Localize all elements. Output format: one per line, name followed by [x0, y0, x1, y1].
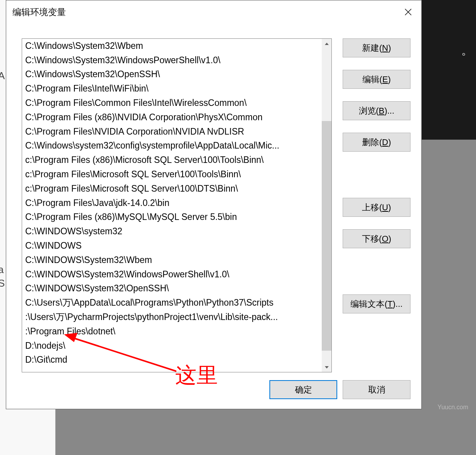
- scroll-up-arrow[interactable]: [322, 39, 331, 48]
- list-item[interactable]: C:\Windows\System32\WindowsPowerShell\v1…: [22, 53, 322, 67]
- list-item-text: c:\Program Files\Microsoft SQL Server\10…: [25, 183, 238, 194]
- dialog-title: 编辑环境变量: [12, 6, 66, 18]
- list-item[interactable]: C:\WINDOWS\System32\Wbem: [22, 253, 322, 267]
- delete-button[interactable]: 删除(D): [343, 133, 410, 152]
- cancel-button[interactable]: 取消: [343, 380, 410, 399]
- list-item[interactable]: D:\nodejs\: [22, 339, 322, 353]
- list-item[interactable]: C:\Windows\System32\Wbem: [22, 39, 322, 53]
- list-item-text: c:\Program Files (x86)\Microsoft SQL Ser…: [25, 155, 264, 165]
- list-item[interactable]: c:\Program Files\Microsoft SQL Server\10…: [22, 167, 322, 182]
- list-item[interactable]: C:\WINDOWS\System32\WindowsPowerShell\v1…: [22, 267, 322, 282]
- new-button[interactable]: 新建(N): [343, 38, 410, 57]
- list-item-text: :\Users\万\PycharmProjects\pythonProject1…: [25, 311, 278, 323]
- moveup-button[interactable]: 上移(U): [343, 198, 410, 217]
- list-item-text: C:\WINDOWS\System32\WindowsPowerShell\v1…: [25, 269, 229, 280]
- list-item-text: C:\Windows\system32\config\systemprofile…: [25, 140, 279, 151]
- list-item-text: C:\WINDOWS\System32\Wbem: [25, 255, 152, 265]
- ok-button[interactable]: 确定: [269, 380, 337, 399]
- list-item-text: c:\Program Files\Microsoft SQL Server\10…: [25, 169, 241, 180]
- list-item[interactable]: c:\Program Files (x86)\Microsoft SQL Ser…: [22, 153, 322, 167]
- list-item[interactable]: C:\Program Files\NVIDIA Corporation\NVID…: [22, 125, 322, 139]
- list-item-text: C:\Program Files\Java\jdk-14.0.2\bin: [25, 198, 169, 208]
- list-item-text: D:\Git\cmd: [25, 355, 67, 365]
- list-item[interactable]: C:\Users\万\AppData\Local\Programs\Python…: [22, 296, 322, 310]
- list-item-text: C:\Windows\System32\OpenSSH\: [25, 69, 160, 80]
- list-item-text: C:\Program Files (x86)\NVIDIA Corporatio…: [25, 112, 262, 123]
- edittext-button[interactable]: 编辑文本(T)...: [343, 294, 410, 313]
- list-item[interactable]: :\Users\万\PycharmProjects\pythonProject1…: [22, 310, 322, 324]
- list-item[interactable]: D:\Git\cmd: [22, 353, 322, 367]
- list-item-text: C:\Program Files\Common Files\Intel\Wire…: [25, 98, 247, 108]
- browse-button[interactable]: 浏览(B)...: [343, 101, 410, 120]
- list-item[interactable]: C:\Windows\System32\OpenSSH\: [22, 67, 322, 82]
- list-item-text: :\Program Files\dotnet\: [25, 326, 116, 337]
- list-item[interactable]: C:\WINDOWS: [22, 239, 322, 253]
- list-item-text: C:\Program Files\Intel\WiFi\bin\: [25, 83, 148, 94]
- svg-marker-3: [325, 366, 329, 368]
- list-item[interactable]: C:\Program Files\Common Files\Intel\Wire…: [22, 96, 322, 110]
- edit-button[interactable]: 编辑(E): [343, 70, 410, 89]
- list-item-text: C:\Program Files\NVIDIA Corporation\NVID…: [25, 126, 244, 137]
- annotation-label: 这里: [175, 361, 218, 390]
- list-item[interactable]: C:\Program Files (x86)\MySQL\MySQL Serve…: [22, 210, 322, 225]
- list-item-text: C:\WINDOWS: [25, 240, 82, 251]
- path-list[interactable]: C:\Windows\System32\WbemC:\Windows\Syste…: [22, 38, 332, 372]
- list-item[interactable]: c:\Program Files\Microsoft SQL Server\10…: [22, 182, 322, 196]
- watermark: Yuucn.com: [438, 404, 468, 411]
- list-item[interactable]: C:\WINDOWS\system32: [22, 224, 322, 239]
- button-column: 新建(N) 编辑(E) 浏览(B)... 删除(D) 上移(U) 下移(O) 编…: [343, 38, 410, 372]
- list-item-text: C:\Program Files (x86)\MySQL\MySQL Serve…: [25, 212, 237, 222]
- close-icon: [404, 8, 412, 16]
- scrollbar[interactable]: [322, 39, 331, 372]
- list-item-text: D:\nodejs\: [25, 341, 66, 351]
- list-item-text: C:\WINDOWS\system32: [25, 226, 122, 237]
- list-item[interactable]: C:\WINDOWS\System32\OpenSSH\: [22, 282, 322, 296]
- list-item[interactable]: C:\Program Files\Intel\WiFi\bin\: [22, 81, 322, 96]
- scroll-down-arrow[interactable]: [322, 362, 331, 372]
- list-item-text: C:\WINDOWS\System32\OpenSSH\: [25, 283, 169, 294]
- close-button[interactable]: [395, 0, 421, 24]
- list-item[interactable]: C:\Windows\system32\config\systemprofile…: [22, 139, 322, 153]
- list-item[interactable]: :\Program Files\dotnet\: [22, 324, 322, 339]
- list-item[interactable]: C:\Program Files\Java\jdk-14.0.2\bin: [22, 196, 322, 210]
- svg-marker-2: [325, 43, 329, 45]
- scroll-thumb[interactable]: [322, 121, 331, 351]
- list-item-text: C:\Users\万\AppData\Local\Programs\Python…: [25, 297, 273, 309]
- list-item[interactable]: C:\Program Files (x86)\NVIDIA Corporatio…: [22, 110, 322, 125]
- movedown-button[interactable]: 下移(O): [343, 229, 410, 248]
- edit-env-dialog: 编辑环境变量 C:\Windows\System32\WbemC:\Window…: [6, 0, 422, 409]
- list-item-text: C:\Windows\System32\WindowsPowerShell\v1…: [25, 55, 221, 66]
- titlebar: 编辑环境变量: [6, 0, 421, 24]
- list-item-text: C:\Windows\System32\Wbem: [25, 41, 143, 51]
